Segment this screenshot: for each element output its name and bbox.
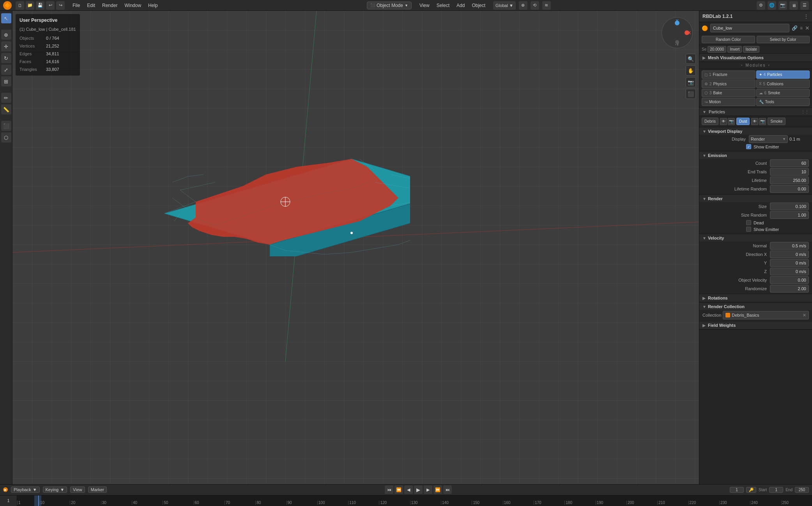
dust-eye-icon[interactable]: 👁 bbox=[751, 118, 758, 125]
rotations-section-header[interactable]: Rotations bbox=[699, 294, 812, 302]
options-icon[interactable]: ⚙ bbox=[757, 1, 765, 10]
lifetime-value[interactable]: 250.00 bbox=[770, 176, 809, 184]
direction-y-value[interactable]: 0 m/s bbox=[770, 259, 809, 267]
cursor-tool[interactable]: ⊕ bbox=[1, 30, 11, 40]
camera-icon[interactable]: 📷 bbox=[686, 77, 696, 87]
frame-current-input[interactable] bbox=[730, 487, 744, 493]
next-keyframe-btn[interactable]: ▶ bbox=[424, 485, 432, 494]
menu-help[interactable]: Help bbox=[145, 2, 161, 9]
show-emitter-checkbox[interactable]: ✓ bbox=[746, 144, 751, 149]
module-fracture[interactable]: ◻ 1 Fracture bbox=[702, 71, 755, 79]
menu-file[interactable]: File bbox=[69, 2, 83, 9]
velocity-header[interactable]: Velocity bbox=[699, 234, 812, 242]
keying-dropdown[interactable]: Keying ▼ bbox=[43, 487, 67, 493]
debris-eye-icon[interactable]: 👁 bbox=[720, 118, 727, 125]
scale-tool[interactable]: ⤢ bbox=[1, 65, 11, 75]
transform-icon1[interactable]: ⊕ bbox=[519, 1, 527, 10]
transform-icon2[interactable]: ⟲ bbox=[531, 1, 539, 10]
field-weights-section-header[interactable]: Field Weights bbox=[699, 321, 812, 330]
module-collisions[interactable]: ⧖ 5 Collisions bbox=[756, 79, 810, 88]
browse-icon[interactable]: ≡ bbox=[800, 25, 803, 31]
count-value[interactable]: 60 bbox=[770, 159, 809, 167]
viewport-menu-view[interactable]: View bbox=[416, 2, 433, 9]
randomize-value[interactable]: 2.00 bbox=[770, 285, 809, 293]
object-velocity-value[interactable]: 0.00 bbox=[770, 276, 809, 284]
play-btn[interactable]: ▶ bbox=[414, 485, 423, 494]
next-frame-btn[interactable]: ⏩ bbox=[433, 485, 442, 494]
random-color-btn[interactable]: Random Color bbox=[702, 36, 755, 43]
annotate-tool[interactable]: ✏ bbox=[1, 93, 11, 103]
particles-section-header[interactable]: Particles ⋮⋮ bbox=[699, 108, 812, 116]
module-tools[interactable]: 🔧 Tools bbox=[756, 98, 810, 106]
view-dropdown[interactable]: View bbox=[70, 487, 85, 493]
measure-tool[interactable]: 📏 bbox=[1, 104, 11, 115]
debris-render-icon[interactable]: 📷 bbox=[728, 118, 735, 125]
end-trails-value[interactable]: 10 bbox=[770, 168, 809, 176]
panel-options-icon[interactable]: ⋮ bbox=[803, 13, 809, 19]
scene-view-icon[interactable]: ⬛ bbox=[686, 89, 696, 99]
jump-end-btn[interactable]: ⏭ bbox=[443, 485, 452, 494]
render-collection-header[interactable]: Render Collection bbox=[699, 303, 812, 310]
dust-render-icon[interactable]: 📷 bbox=[759, 118, 766, 125]
viewport-menu-add[interactable]: Add bbox=[453, 2, 468, 9]
size-random-value[interactable]: 1.00 bbox=[770, 211, 809, 219]
viewport-display-header[interactable]: Viewport Display bbox=[699, 128, 812, 135]
nav-gizmo[interactable]: Y X -Y bbox=[662, 17, 693, 48]
debris-tab[interactable]: Debris bbox=[702, 118, 718, 125]
module-bake[interactable]: ⬡ 3 Bake bbox=[702, 89, 755, 97]
mesh-vis-header[interactable]: Mesh Visualization Options bbox=[699, 54, 812, 62]
se-value-field[interactable]: 20.0000 bbox=[708, 46, 726, 53]
viewport[interactable]: User Perspective (1) Cube_low | Cube_cel… bbox=[12, 11, 699, 484]
start-input[interactable] bbox=[769, 487, 783, 493]
timeline-ruler[interactable]: 1 10 20 30 40 50 60 70 80 90 100 110 120… bbox=[0, 495, 812, 506]
open-icon[interactable]: 📁 bbox=[26, 1, 34, 10]
marker-dropdown[interactable]: Marker bbox=[88, 487, 107, 493]
scene-icon[interactable]: 🌐 bbox=[768, 1, 776, 10]
size-value[interactable]: 0.100 bbox=[770, 203, 809, 210]
timeline-icon[interactable]: ▶ bbox=[3, 487, 8, 492]
module-particles[interactable]: ✦ 4 Particles bbox=[756, 71, 810, 79]
module-motion[interactable]: ↝ Motion bbox=[702, 98, 755, 106]
select-tool[interactable]: ↖ bbox=[1, 13, 11, 23]
viewport-menu-object[interactable]: Object bbox=[469, 2, 488, 9]
zoom-icon[interactable]: 🔍 bbox=[686, 54, 696, 64]
select-by-color-btn[interactable]: Select by Color bbox=[757, 36, 810, 43]
object-mode-dropdown[interactable]: ⬛ Object Mode ▼ bbox=[367, 2, 412, 9]
dead-checkbox[interactable] bbox=[746, 220, 751, 225]
menu-edit[interactable]: Edit bbox=[84, 2, 98, 9]
menu-render[interactable]: Render bbox=[99, 2, 120, 9]
jump-start-btn[interactable]: ⏮ bbox=[385, 485, 393, 494]
redo-icon[interactable]: ↪ bbox=[56, 1, 65, 10]
module-physics[interactable]: ⚙ 2 Physics bbox=[702, 79, 755, 88]
transform-icon3[interactable]: ≋ bbox=[542, 1, 551, 10]
output-icon[interactable]: 🖥 bbox=[789, 1, 798, 10]
emission-header[interactable]: Emission bbox=[699, 152, 812, 159]
transform-tool[interactable]: ⊞ bbox=[1, 76, 11, 86]
menu-window[interactable]: Window bbox=[121, 2, 144, 9]
end-input[interactable] bbox=[795, 487, 809, 493]
undo-icon[interactable]: ↩ bbox=[46, 1, 55, 10]
extra-tool[interactable]: ⬡ bbox=[1, 132, 11, 143]
module-smoke[interactable]: ☁ 6 Smoke bbox=[756, 89, 810, 97]
collection-value-field[interactable]: Debris_Basics ✕ bbox=[723, 311, 809, 319]
normal-value[interactable]: 0.5 m/s bbox=[770, 242, 809, 250]
lifetime-random-value[interactable]: 0.00 bbox=[770, 185, 809, 193]
playback-dropdown[interactable]: Playback ▼ bbox=[11, 487, 40, 493]
frame-display[interactable]: 🔑 bbox=[746, 487, 756, 493]
direction-z-value[interactable]: 0 m/s bbox=[770, 268, 809, 275]
dust-tab[interactable]: Dust bbox=[736, 118, 750, 125]
render-header[interactable]: Render bbox=[699, 195, 812, 202]
collection-close-btn[interactable]: ✕ bbox=[803, 313, 806, 318]
direction-x-value[interactable]: 0 m/s bbox=[770, 250, 809, 258]
move-tool[interactable]: ✛ bbox=[1, 41, 11, 51]
add-cube-tool[interactable]: ⬛ bbox=[1, 121, 11, 131]
invert-btn[interactable]: Invert bbox=[727, 46, 742, 53]
obj-close-btn[interactable]: ✕ bbox=[805, 25, 810, 31]
prev-keyframe-btn[interactable]: ◀ bbox=[404, 485, 413, 494]
object-name-input[interactable] bbox=[710, 24, 789, 32]
display-dropdown[interactable]: Render ▼ bbox=[749, 135, 788, 143]
particles-options[interactable]: ⋮⋮ bbox=[801, 110, 809, 114]
isolate-btn[interactable]: Isolate bbox=[743, 46, 759, 53]
prev-frame-btn[interactable]: ⏪ bbox=[395, 485, 403, 494]
smoke-tab[interactable]: Smoke bbox=[768, 118, 785, 125]
